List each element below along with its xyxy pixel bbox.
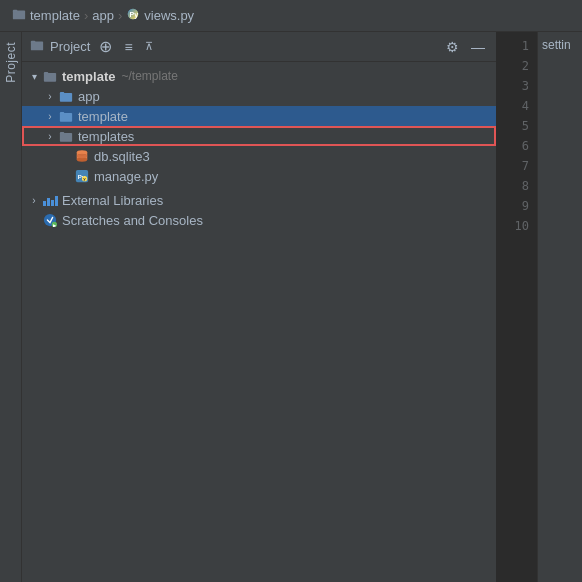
line-7: 7 xyxy=(522,156,529,176)
line-6: 6 xyxy=(522,136,529,156)
panel-toolbar: Project ⊕ ≡ ⊼ ⚙ — xyxy=(22,32,496,62)
app-folder-icon xyxy=(58,88,74,104)
panel-title: Project xyxy=(50,39,90,54)
chevron-external xyxy=(26,192,42,208)
chevron-app xyxy=(42,88,58,104)
project-tab-label: Project xyxy=(4,42,18,83)
external-libraries-icon xyxy=(42,192,58,208)
chevron-template xyxy=(42,108,58,124)
line-10: 10 xyxy=(515,216,529,236)
app-label: app xyxy=(78,89,100,104)
breadcrumb-sep-2: › xyxy=(118,8,122,23)
template-subfolder-label: template xyxy=(78,109,128,124)
breadcrumb-views[interactable]: views.py xyxy=(144,8,194,23)
file-tree: template ~/template app xyxy=(22,62,496,582)
tree-item-external[interactable]: External Libraries xyxy=(22,190,496,210)
db-label: db.sqlite3 xyxy=(94,149,150,164)
tree-item-scratches[interactable]: ▶ Scratches and Consoles xyxy=(22,210,496,230)
breadcrumb-template[interactable]: template xyxy=(30,8,80,23)
line-4: 4 xyxy=(522,96,529,116)
tree-item-template[interactable]: template xyxy=(22,106,496,126)
toolbar-hide-icon[interactable]: — xyxy=(468,38,488,56)
breadcrumb-sep-1: › xyxy=(84,8,88,23)
tree-item-db[interactable]: db.sqlite3 xyxy=(22,146,496,166)
toolbar-sort-icon[interactable]: ⊼ xyxy=(142,39,156,54)
chevron-root xyxy=(26,68,42,84)
project-sidebar-tab[interactable]: Project xyxy=(0,32,22,582)
folder-small-icon xyxy=(30,38,44,55)
toolbar-settings-icon[interactable]: ⚙ xyxy=(443,38,462,56)
settings-edge-label: settin xyxy=(542,38,571,52)
external-libraries-label: External Libraries xyxy=(62,193,163,208)
scratches-icon: ▶ xyxy=(42,212,58,228)
line-1: 1 xyxy=(522,36,529,56)
db-file-icon xyxy=(74,148,90,164)
tree-item-templates[interactable]: templates xyxy=(22,126,496,146)
tree-item-manage[interactable]: Py y manage.py xyxy=(22,166,496,186)
svg-rect-8 xyxy=(44,72,48,75)
settings-edge-panel: settin xyxy=(537,32,582,582)
templates-folder-icon xyxy=(58,128,74,144)
line-8: 8 xyxy=(522,176,529,196)
root-folder-icon xyxy=(42,68,58,84)
line-9: 9 xyxy=(522,196,529,216)
line-5: 5 xyxy=(522,116,529,136)
line-numbers-panel: 1 2 3 4 5 6 7 8 9 10 xyxy=(497,32,537,582)
manage-label: manage.py xyxy=(94,169,158,184)
svg-text:Py: Py xyxy=(130,11,139,19)
breadcrumb-folder-icon xyxy=(12,7,26,24)
svg-rect-1 xyxy=(13,10,17,13)
line-3: 3 xyxy=(522,76,529,96)
breadcrumb-python-icon: Py xyxy=(126,7,140,24)
svg-rect-6 xyxy=(31,41,35,44)
tree-item-app[interactable]: app xyxy=(22,86,496,106)
line-2: 2 xyxy=(522,56,529,76)
template-folder-icon xyxy=(58,108,74,124)
svg-rect-12 xyxy=(60,112,64,115)
toolbar-add-icon[interactable]: ⊕ xyxy=(96,36,115,57)
svg-rect-10 xyxy=(60,92,64,95)
scratches-label: Scratches and Consoles xyxy=(62,213,203,228)
tree-item-root[interactable]: template ~/template xyxy=(22,66,496,86)
breadcrumb-bar: template › app › Py views.py xyxy=(0,0,582,32)
chevron-templates xyxy=(42,128,58,144)
templates-label: templates xyxy=(78,129,134,144)
svg-rect-14 xyxy=(60,132,64,135)
root-path: ~/template xyxy=(121,69,177,83)
main-area: Project Project ⊕ ≡ ⊼ ⚙ — xyxy=(0,32,582,582)
toolbar-collapse-icon[interactable]: ≡ xyxy=(121,38,135,56)
project-panel: Project ⊕ ≡ ⊼ ⚙ — template ~/template xyxy=(22,32,497,582)
root-label: template xyxy=(62,69,115,84)
manage-py-icon: Py y xyxy=(74,168,90,184)
breadcrumb-app[interactable]: app xyxy=(92,8,114,23)
